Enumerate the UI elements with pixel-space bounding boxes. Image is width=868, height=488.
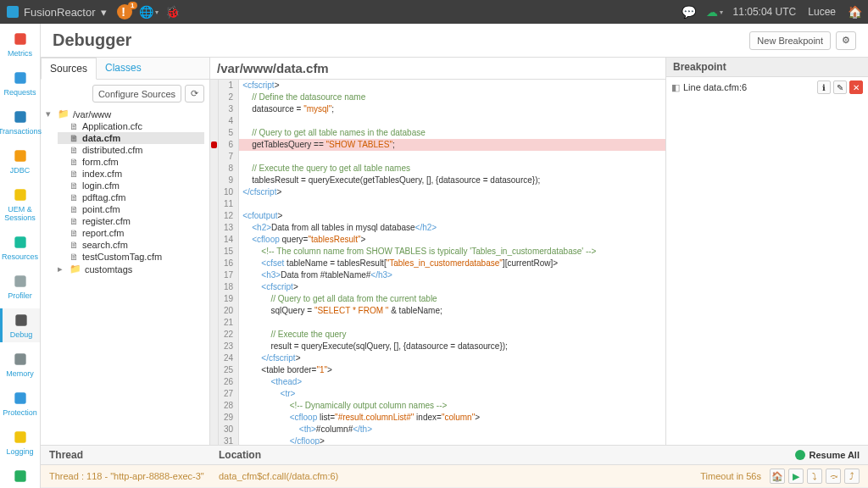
sidebar-item-label: Memory [6, 369, 34, 378]
settings-button[interactable]: ⚙ [836, 31, 856, 50]
tree-file[interactable]: 🗎testCustomTag.cfm [58, 251, 204, 263]
tree-file-label: search.cfm [82, 240, 128, 250]
breakpoint-row[interactable]: ◧Line data.cfm:6ℹ✎✕ [666, 77, 868, 97]
sidebar-item-resources[interactable]: Resources [0, 230, 40, 264]
tree-file[interactable]: 🗎distributed.cfm [58, 144, 204, 156]
file-icon: 🗎 [70, 133, 79, 143]
file-icon: 🗎 [70, 240, 79, 250]
sidebar-icon [12, 429, 29, 446]
edit-button[interactable]: ✎ [833, 80, 847, 94]
sidebar-item-jdbc[interactable]: JDBC [0, 144, 40, 178]
sidebar-icon [12, 186, 29, 203]
breakpoints-pane: Breakpoint ◧Line data.cfm:6ℹ✎✕ [666, 58, 868, 445]
alert-icon[interactable]: !1 [117, 4, 132, 19]
file-icon: 🗎 [70, 180, 79, 191]
configure-sources-button[interactable]: Configure Sources [92, 85, 181, 103]
svg-rect-2 [14, 111, 25, 122]
refresh-button[interactable]: ⟳ [185, 85, 204, 103]
svg-rect-0 [14, 33, 25, 44]
tree-file[interactable]: 🗎form.cfm [58, 156, 204, 168]
tree-file-label: pdftag.cfm [82, 192, 125, 202]
breakpoint-label: Line data.cfm:6 [683, 82, 747, 92]
resume-all-button[interactable]: Resume All [795, 450, 860, 460]
code-editor[interactable]: 1234567891011121314151617181920212223242… [210, 80, 665, 445]
tree-file[interactable]: 🗎data.cfm [58, 132, 204, 144]
step-out-button[interactable]: ⤴ [844, 469, 860, 484]
sidebar-item-label: Logging [6, 447, 33, 456]
tree-file[interactable]: 🗎index.cfm [58, 168, 204, 180]
sidebar-item-transactions[interactable]: Transactions [0, 105, 40, 139]
tab-sources[interactable]: Sources [41, 58, 97, 80]
tree-file[interactable]: 🗎login.cfm [58, 180, 204, 191]
tree-folder-label: customtags [85, 264, 132, 274]
folder-icon: 📁 [70, 263, 81, 274]
file-icon: 🗎 [70, 121, 79, 131]
topbar-right: 💬 ☁▾ 11:05:04 UTC Lucee 🏠 [682, 5, 861, 19]
sidebar-item-metrics[interactable]: Metrics [0, 27, 40, 61]
sidebar-icon [12, 468, 29, 485]
cloud-icon[interactable]: ☁▾ [708, 5, 721, 19]
svg-rect-7 [15, 314, 26, 325]
globe-icon[interactable]: 🌐▾ [142, 5, 156, 19]
resume-all-label: Resume All [809, 450, 860, 460]
play-icon [795, 450, 805, 460]
sidebar-item-label: Requests [3, 88, 36, 97]
topbar: FusionReactor ▾ !1 🌐▾ 🐞 💬 ☁▾ 11:05:04 UT… [0, 0, 868, 24]
engine-label[interactable]: Lucee [808, 6, 836, 18]
sidebar-icon [12, 30, 29, 47]
tree-file-label: point.cfm [82, 204, 120, 214]
new-breakpoint-button[interactable]: New Breakpoint [749, 31, 831, 50]
thread-row[interactable]: Thread : 118 - "http-apr-8888-exec-3"dat… [41, 465, 868, 488]
file-icon: 🗎 [70, 192, 79, 202]
sidebar-icon [12, 69, 29, 86]
info-button[interactable]: ℹ [817, 80, 831, 94]
sidebar: MetricsRequestsTransactionsJDBCUEM & Ses… [0, 24, 41, 488]
sidebar-icon [12, 147, 29, 164]
sidebar-item-requests[interactable]: Requests [0, 66, 40, 100]
svg-rect-5 [14, 236, 25, 247]
tree-file[interactable]: 🗎pdftag.cfm [58, 191, 204, 203]
step-over-button[interactable]: ⤼ [826, 469, 841, 484]
sidebar-item-label: Metrics [8, 49, 32, 58]
sidebar-item-monitor[interactable] [0, 464, 40, 488]
tree-file[interactable]: 🗎search.cfm [58, 239, 204, 251]
svg-rect-9 [14, 392, 25, 403]
tree-file[interactable]: 🗎Application.cfc [58, 120, 204, 132]
svg-rect-1 [14, 72, 25, 83]
chevron-down-icon: ▾ [101, 6, 107, 19]
svg-rect-6 [14, 275, 25, 286]
sidebar-item-label: JDBC [10, 166, 31, 175]
tree-file-label: report.cfm [82, 228, 125, 238]
sidebar-item-protection[interactable]: Protection [0, 386, 40, 420]
chevron-right-icon: ▸ [58, 263, 66, 274]
chevron-down-icon: ▾ [155, 8, 159, 16]
sidebar-item-profiler[interactable]: Profiler [0, 269, 40, 303]
file-icon: 🗎 [70, 157, 79, 167]
brand-menu[interactable]: FusionReactor ▾ [7, 6, 107, 19]
topbar-left: FusionReactor ▾ !1 🌐▾ 🐞 [7, 4, 180, 19]
delete-button[interactable]: ✕ [849, 80, 863, 94]
tree-folder-root[interactable]: ▾ 📁 /var/www [46, 108, 204, 120]
resume-thread-button[interactable]: ▶ [788, 469, 804, 484]
sidebar-item-logging[interactable]: Logging [0, 425, 40, 459]
tree-file[interactable]: 🗎report.cfm [58, 227, 204, 239]
breakpoint-icon: ◧ [671, 82, 680, 93]
tab-classes[interactable]: Classes [97, 58, 150, 79]
step-into-button[interactable]: ⤵ [807, 469, 822, 484]
sidebar-item-memory[interactable]: Memory [0, 347, 40, 381]
tree-file[interactable]: 🗎register.cfm [58, 215, 204, 227]
breakpoints-title: Breakpoint [666, 58, 868, 77]
tree-file[interactable]: 🗎point.cfm [58, 203, 204, 215]
tree-folder-customtags[interactable]: ▸ 📁 customtags [58, 263, 204, 275]
svg-rect-10 [14, 431, 25, 442]
sidebar-item-label: UEM & Sessions [0, 205, 40, 222]
tree-file-label: register.cfm [82, 216, 131, 226]
svg-rect-11 [14, 470, 25, 481]
sidebar-item-debug[interactable]: Debug [0, 308, 40, 342]
sidebar-icon [12, 390, 29, 407]
bug-icon[interactable]: 🐞 [166, 5, 180, 19]
chat-icon[interactable]: 💬 [682, 5, 696, 19]
sidebar-item-uem-sessions[interactable]: UEM & Sessions [0, 183, 40, 225]
home-thread-button[interactable]: 🏠 [770, 469, 785, 484]
home-icon[interactable]: 🏠 [848, 5, 861, 19]
